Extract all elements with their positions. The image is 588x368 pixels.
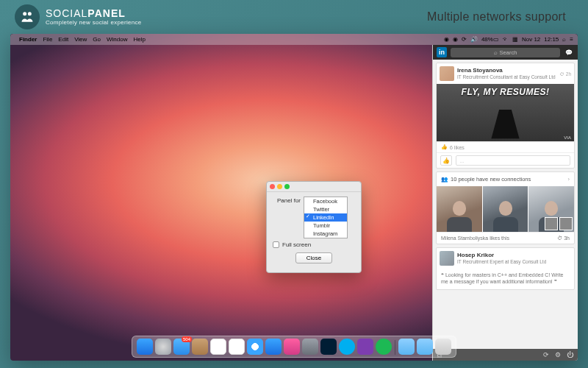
social-panel: in ⌕Search 💬 Irena Stoyanova IT Recruitm… — [432, 45, 578, 361]
dock-safari-icon[interactable] — [247, 339, 263, 355]
dock-launchpad-icon[interactable] — [155, 339, 171, 355]
settings-icon[interactable]: ⚙ — [555, 351, 561, 358]
dock-reminders-icon[interactable] — [229, 339, 245, 355]
svg-point-0 — [23, 12, 26, 15]
dock-finder-icon[interactable] — [137, 339, 153, 355]
menubar: Finder File Edit View Go Window Help ◉ ◉… — [10, 34, 578, 45]
post-time: ⏱ 2h — [559, 71, 571, 77]
like-line-time: ⏱ 3h — [557, 236, 570, 241]
connections-grid[interactable] — [437, 186, 574, 232]
status-wifi-icon[interactable]: ᯤ — [503, 36, 509, 43]
brand-name: SOCIALPANEL — [46, 8, 142, 18]
close-traffic-light[interactable] — [270, 184, 275, 189]
brand-tagline: Completely new social experience — [46, 20, 142, 26]
connection-face[interactable] — [482, 186, 528, 232]
dock: 504 — [132, 336, 456, 358]
chevron-right-icon[interactable]: › — [568, 176, 570, 183]
dropdown-option[interactable]: Facebook — [304, 197, 347, 205]
fullscreen-checkbox[interactable] — [273, 241, 279, 248]
mail-badge: 504 — [182, 336, 192, 342]
post-image[interactable]: FLY, MY RESUMES! VIA — [437, 84, 574, 141]
feed-post: Irena Stoyanova IT Recruitment Consultan… — [436, 63, 575, 169]
comment-input[interactable]: … — [456, 155, 570, 166]
dock-preferences-icon[interactable] — [302, 339, 318, 355]
dock-spotify-icon[interactable] — [376, 339, 392, 355]
spotlight-icon[interactable]: ⌕ — [562, 36, 566, 43]
dock-contacts-icon[interactable] — [192, 339, 208, 355]
dropdown-option-selected[interactable]: LinkedIn — [304, 213, 347, 222]
connection-thumb[interactable] — [545, 217, 558, 230]
window-titlebar[interactable] — [267, 182, 361, 192]
dock-calendar-icon[interactable] — [210, 339, 226, 355]
status-viber-icon[interactable]: ◉ — [444, 36, 449, 43]
avatar[interactable] — [440, 251, 454, 266]
close-button[interactable]: Close — [295, 252, 332, 263]
preferences-window: Panel for Facebook Twitter LinkedIn Tumb… — [266, 181, 362, 273]
like-line-text: Milena Stamboliyska likes this — [441, 236, 509, 241]
dock-skype-icon[interactable] — [339, 339, 355, 355]
connections-text: 10 people have new connections — [451, 176, 531, 183]
search-input[interactable]: ⌕Search — [451, 48, 560, 57]
menu-help[interactable]: Help — [133, 36, 145, 43]
connection-face[interactable] — [437, 186, 482, 232]
dock-photoshop-icon[interactable] — [320, 339, 337, 355]
dock-itunes-icon[interactable] — [284, 339, 300, 355]
status-skype-icon[interactable]: ◉ — [453, 36, 458, 43]
dock-mail-icon[interactable]: 504 — [173, 339, 190, 355]
zoom-traffic-light[interactable] — [284, 184, 290, 189]
menu-go[interactable]: Go — [93, 36, 101, 43]
refresh-icon[interactable]: ⟳ — [543, 351, 549, 358]
notification-center-icon[interactable]: ≡ — [570, 36, 573, 43]
menu-view[interactable]: View — [74, 36, 87, 43]
dropdown-option[interactable]: Instagram — [304, 230, 347, 238]
connections-card: 👥 10 people have new connections › Milen… — [436, 171, 575, 244]
dropdown-option[interactable]: Tumblr — [304, 222, 347, 230]
like-button[interactable]: 👍 — [440, 155, 452, 166]
dropdown-option[interactable]: Twitter — [304, 205, 347, 213]
status-volume-icon[interactable]: 🔊 — [470, 36, 478, 43]
dock-divider — [395, 340, 395, 355]
messages-icon[interactable]: 💬 — [564, 47, 574, 57]
dock-downloads-icon[interactable] — [417, 339, 433, 355]
status-date[interactable]: Nov 12 — [522, 36, 540, 43]
network-dropdown[interactable]: Facebook Twitter LinkedIn Tumblr Instagr… — [304, 197, 348, 238]
search-icon: ⌕ — [494, 49, 498, 56]
linkedin-icon[interactable]: in — [437, 47, 447, 57]
connection-thumb[interactable] — [559, 217, 573, 230]
svg-point-1 — [28, 12, 32, 15]
likes-count[interactable]: 👍 6 likes — [437, 142, 469, 152]
dock-folder-icon[interactable] — [398, 339, 415, 355]
status-battery[interactable]: 48% ▭ — [481, 36, 499, 43]
status-sync-icon[interactable]: ⟳ — [462, 36, 467, 43]
dock-appstore-icon[interactable] — [265, 339, 282, 355]
post-subtitle: IT Recruitment Consultant at Easy Consul… — [457, 74, 556, 79]
status-flag-icon[interactable]: ▦ — [512, 36, 518, 43]
via-badge: VIA — [564, 135, 571, 140]
power-icon[interactable]: ⏻ — [567, 351, 573, 358]
fullscreen-label: Full screen — [282, 241, 311, 248]
brand-logo — [15, 4, 40, 29]
menu-edit[interactable]: Edit — [58, 36, 68, 43]
mac-desktop: Finder File Edit View Go Window Help ◉ ◉… — [10, 34, 578, 361]
connection-face[interactable] — [528, 186, 574, 232]
post-author[interactable]: Hosep Krikor — [457, 252, 546, 259]
connections-icon: 👥 — [441, 176, 448, 183]
panel-for-label: Panel for — [273, 197, 304, 204]
status-time[interactable]: 12:15 — [544, 36, 559, 43]
post-image-caption: FLY, MY RESUMES! — [437, 87, 574, 97]
post-body: ❝ Looking for masters in C++ and Embedde… — [437, 269, 574, 289]
post-subtitle: IT Recruitment Expert at Easy Consult Lt… — [457, 259, 546, 264]
post-author[interactable]: Irena Stoyanova — [457, 68, 556, 74]
feed-post: Hosep Krikor IT Recruitment Expert at Ea… — [436, 247, 575, 290]
dock-trash-icon[interactable] — [435, 339, 451, 355]
minimize-traffic-light[interactable] — [277, 184, 282, 189]
menubar-app[interactable]: Finder — [19, 36, 37, 43]
menu-window[interactable]: Window — [107, 36, 127, 43]
headline: Multiple networks support — [427, 10, 566, 24]
menu-file[interactable]: File — [43, 36, 52, 43]
dock-viber-icon[interactable] — [357, 339, 373, 355]
avatar[interactable] — [440, 66, 454, 81]
